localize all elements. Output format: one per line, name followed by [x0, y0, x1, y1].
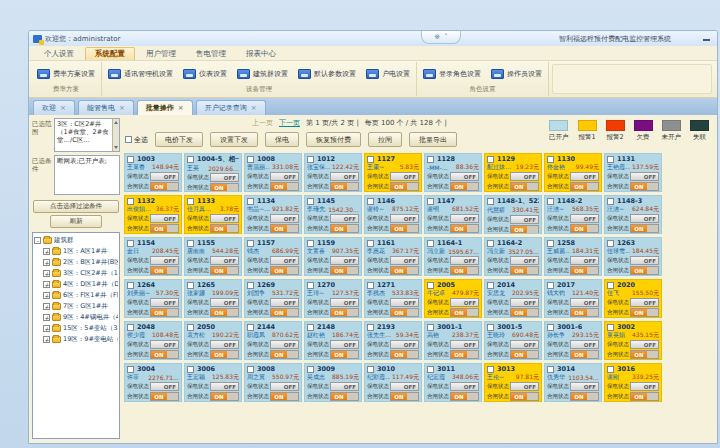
card-checkbox[interactable] [127, 366, 134, 373]
keep-power-toggle[interactable]: OFF [450, 298, 479, 307]
keep-power-toggle[interactable]: OFF [150, 256, 179, 265]
switch-state-toggle[interactable]: ON [510, 392, 539, 401]
card-checkbox[interactable] [367, 198, 374, 205]
tree-item[interactable]: +19区：9#变电站（2#… [34, 334, 118, 345]
card-checkbox[interactable] [127, 282, 134, 289]
card-checkbox[interactable] [127, 240, 134, 247]
keep-power-toggle[interactable]: OFF [450, 382, 479, 391]
switch-state-toggle[interactable]: ON [630, 266, 659, 275]
card-checkbox[interactable] [487, 156, 494, 163]
keep-power-toggle[interactable]: OFF [150, 298, 179, 307]
expand-icon[interactable]: + [43, 303, 50, 310]
keep-power-toggle[interactable]: OFF [630, 340, 659, 349]
card-checkbox[interactable] [427, 156, 434, 163]
keep-power-toggle[interactable]: OFF [390, 214, 419, 223]
card-checkbox[interactable] [247, 324, 254, 331]
switch-state-toggle[interactable]: ON [630, 392, 659, 401]
switch-state-toggle[interactable]: ON [450, 266, 479, 275]
tree-item[interactable]: +9区：4#锅电井（4#锅… [34, 312, 118, 323]
switch-state-toggle[interactable]: ON [630, 308, 659, 317]
doc-tab-开户记录查询[interactable]: 开户记录查询× [196, 100, 266, 115]
card-checkbox[interactable] [187, 156, 194, 163]
keep-power-toggle[interactable]: OFF [510, 298, 539, 307]
switch-state-toggle[interactable]: ON [150, 392, 179, 401]
card-checkbox[interactable] [187, 324, 194, 331]
keep-power-toggle[interactable]: OFF [630, 214, 659, 223]
switch-state-toggle[interactable]: ON [270, 182, 299, 191]
tree-root[interactable]: -建筑群 [34, 235, 118, 246]
switch-state-toggle[interactable]: ON [450, 308, 479, 317]
card-checkbox[interactable] [187, 366, 194, 373]
card-checkbox[interactable] [127, 324, 134, 331]
switch-state-toggle[interactable]: ON [270, 266, 299, 275]
card-checkbox[interactable] [487, 198, 494, 205]
keep-power-toggle[interactable]: OFF [270, 256, 299, 265]
card-checkbox[interactable] [307, 156, 314, 163]
switch-state-toggle[interactable]: ON [390, 350, 419, 359]
switch-state-toggle[interactable]: ON [330, 224, 359, 233]
keep-power-toggle[interactable]: OFF [450, 214, 479, 223]
switch-state-toggle[interactable]: ON [210, 183, 239, 192]
switch-state-toggle[interactable]: ON [330, 350, 359, 359]
window-style-pill[interactable]: ※ ˅ [421, 31, 461, 44]
keep-power-toggle[interactable]: OFF [390, 382, 419, 391]
keep-power-toggle[interactable]: OFF [510, 382, 539, 391]
keep-power-toggle[interactable]: OFF [390, 256, 419, 265]
expand-icon[interactable]: + [43, 270, 50, 277]
ribbon-tab-用户管理[interactable]: 用户管理 [137, 48, 185, 60]
switch-state-toggle[interactable]: ON [150, 182, 179, 191]
card-checkbox[interactable] [187, 240, 194, 247]
keep-power-toggle[interactable]: OFF [630, 298, 659, 307]
keep-power-toggle[interactable]: OFF [330, 172, 359, 181]
switch-state-toggle[interactable]: ON [210, 266, 239, 275]
card-checkbox[interactable] [247, 366, 254, 373]
switch-state-toggle[interactable]: ON [330, 182, 359, 191]
close-icon[interactable]: × [60, 105, 66, 112]
keep-power-toggle[interactable]: OFF [390, 298, 419, 307]
keep-power-toggle[interactable]: OFF [330, 298, 359, 307]
keep-power-toggle[interactable]: OFF [270, 214, 299, 223]
card-checkbox[interactable] [307, 366, 314, 373]
switch-state-toggle[interactable]: ON [150, 224, 179, 233]
card-checkbox[interactable] [367, 282, 374, 289]
switch-state-toggle[interactable]: ON [450, 392, 479, 401]
toolbar-button-拉闸[interactable]: 拉闸 [368, 132, 402, 147]
card-checkbox[interactable] [427, 282, 434, 289]
keep-power-toggle[interactable]: OFF [150, 172, 179, 181]
card-checkbox[interactable] [547, 156, 554, 163]
select-all[interactable]: 全选 [125, 135, 148, 145]
keep-power-toggle[interactable]: OFF [270, 340, 299, 349]
ribbon-button-默认参数设置[interactable]: 默认参数设置 [296, 68, 358, 80]
range-scrollbar[interactable] [112, 119, 119, 151]
switch-state-toggle[interactable]: ON [150, 350, 179, 359]
keep-power-toggle[interactable]: OFF [510, 215, 539, 224]
ribbon-tab-报表中心[interactable]: 报表中心 [237, 48, 285, 60]
card-checkbox[interactable] [247, 198, 254, 205]
ribbon-button-户电设置[interactable]: 户电设置 [364, 68, 412, 80]
switch-state-toggle[interactable]: ON [270, 224, 299, 233]
keep-power-toggle[interactable]: OFF [210, 173, 239, 182]
switch-state-toggle[interactable]: ON [390, 308, 419, 317]
doc-tab-欢迎[interactable]: 欢迎× [33, 100, 75, 115]
expand-icon[interactable]: + [43, 292, 50, 299]
card-checkbox[interactable] [547, 366, 554, 373]
switch-state-toggle[interactable]: ON [390, 266, 419, 275]
keep-power-toggle[interactable]: OFF [210, 256, 239, 265]
tree-item[interactable]: +1区：A区1#井 [34, 246, 118, 257]
switch-state-toggle[interactable]: ON [390, 392, 419, 401]
switch-state-toggle[interactable]: ON [270, 392, 299, 401]
keep-power-toggle[interactable]: OFF [390, 340, 419, 349]
card-checkbox[interactable] [247, 282, 254, 289]
card-checkbox[interactable] [547, 282, 554, 289]
keep-power-toggle[interactable]: OFF [330, 256, 359, 265]
card-checkbox[interactable] [547, 324, 554, 331]
keep-power-toggle[interactable]: OFF [570, 172, 599, 181]
card-checkbox[interactable] [247, 156, 254, 163]
keep-power-toggle[interactable]: OFF [630, 382, 659, 391]
toolbar-button-电价下发[interactable]: 电价下发 [155, 132, 203, 147]
card-checkbox[interactable] [607, 366, 614, 373]
switch-state-toggle[interactable]: ON [570, 308, 599, 317]
keep-power-toggle[interactable]: OFF [210, 382, 239, 391]
tree-item[interactable]: +6区：F区1#井（F区1#… [34, 290, 118, 301]
keep-power-toggle[interactable]: OFF [150, 382, 179, 391]
